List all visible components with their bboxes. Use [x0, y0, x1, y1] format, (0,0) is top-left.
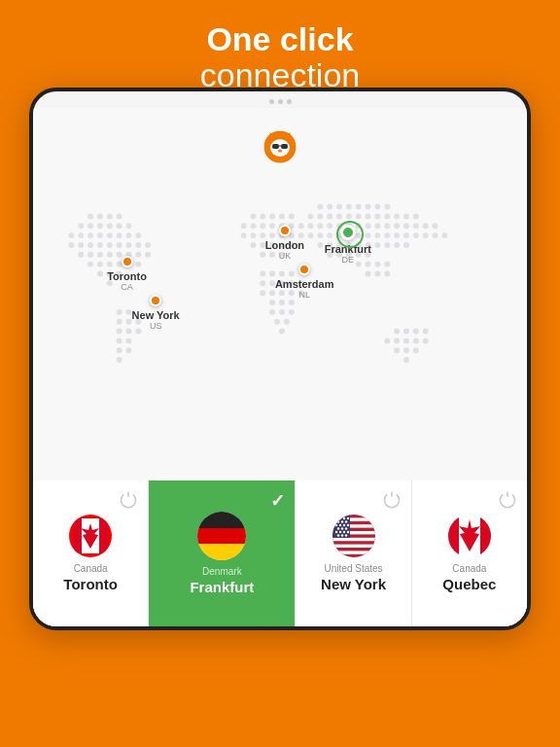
svg-point-10	[68, 232, 74, 238]
svg-rect-212	[332, 538, 375, 541]
svg-point-118	[327, 213, 332, 219]
svg-point-175	[384, 262, 390, 267]
world-map-background	[33, 108, 527, 497]
svg-point-231	[338, 531, 340, 533]
svg-point-150	[384, 232, 390, 238]
svg-point-151	[394, 232, 400, 238]
svg-rect-202	[73, 518, 82, 553]
svg-point-236	[344, 534, 346, 536]
svg-point-112	[356, 204, 362, 210]
frankfurt-pin-dot	[340, 225, 356, 240]
svg-point-104	[289, 309, 295, 315]
svg-point-26	[145, 242, 151, 248]
svg-point-13	[97, 232, 103, 238]
server-card-new-york[interactable]: United States New York	[296, 480, 411, 626]
svg-point-119	[336, 213, 342, 219]
new-york-pin: New York US	[132, 295, 180, 331]
svg-point-122	[366, 213, 371, 219]
svg-point-107	[279, 329, 285, 335]
svg-point-89	[260, 280, 265, 286]
frankfurt-card-city: Frankfurt	[190, 579, 254, 595]
svg-point-51	[125, 329, 131, 335]
new-york-pin-label: New York	[132, 309, 180, 321]
server-card-frankfurt[interactable]: ✓ Denmark Frankfurt	[149, 480, 296, 626]
svg-point-121	[356, 213, 362, 219]
svg-point-109	[327, 204, 332, 210]
server-card-toronto[interactable]: Canada Toronto	[33, 480, 149, 626]
svg-rect-198	[281, 144, 288, 149]
server-cards-container: Canada Toronto ✓ Denmark Frankfurt	[33, 480, 527, 626]
svg-point-190	[413, 347, 419, 353]
toronto-card-country: Canada	[74, 563, 108, 574]
svg-point-103	[279, 309, 285, 315]
svg-point-152	[403, 232, 409, 238]
svg-point-228	[340, 527, 342, 529]
svg-point-7	[107, 223, 113, 229]
svg-point-124	[384, 213, 390, 219]
svg-point-101	[289, 300, 295, 305]
svg-point-50	[117, 329, 122, 335]
svg-rect-239	[480, 515, 491, 557]
svg-point-16	[125, 232, 131, 238]
svg-point-116	[308, 213, 314, 219]
svg-point-53	[117, 338, 122, 343]
germany-flag-frankfurt	[197, 512, 246, 560]
phone-frame: Toronto CA New York US London UK Amsterd…	[29, 88, 531, 630]
svg-point-47	[117, 319, 122, 325]
svg-point-185	[403, 338, 409, 343]
svg-point-25	[135, 242, 141, 248]
svg-point-27	[78, 252, 84, 258]
svg-point-22	[107, 242, 113, 248]
quebec-card-city: Quebec	[442, 576, 496, 592]
svg-point-178	[384, 271, 390, 277]
svg-point-120	[346, 213, 352, 219]
amsterdam-pin-dot	[298, 264, 310, 275]
svg-point-163	[374, 242, 380, 248]
svg-point-226	[346, 524, 348, 526]
power-icon-quebec	[498, 490, 517, 510]
svg-point-232	[342, 531, 344, 533]
svg-point-115	[384, 204, 390, 210]
toronto-pin-dot	[122, 256, 133, 267]
toronto-pin-label: Toronto	[107, 270, 147, 282]
toronto-card-city: Toronto	[63, 576, 118, 592]
toronto-pin-sublabel: CA	[121, 282, 133, 292]
svg-rect-203	[99, 518, 108, 553]
svg-point-108	[317, 204, 323, 210]
svg-point-48	[125, 319, 131, 325]
amsterdam-pin-sublabel: NL	[298, 290, 310, 300]
svg-point-58	[250, 213, 256, 219]
fox-icon	[262, 129, 298, 164]
svg-point-225	[342, 524, 344, 526]
svg-point-235	[340, 534, 342, 536]
server-card-quebec[interactable]: Canada Quebec	[412, 480, 527, 626]
svg-point-62	[289, 213, 295, 219]
london-pin-label: London	[265, 239, 304, 251]
svg-point-54	[125, 338, 131, 343]
svg-point-28	[88, 252, 93, 258]
svg-point-71	[250, 232, 256, 238]
svg-point-3	[117, 213, 122, 219]
svg-point-64	[250, 223, 256, 229]
new-york-card-country: United States	[325, 563, 383, 574]
svg-point-19	[78, 242, 84, 248]
quebec-card-country: Canada	[452, 563, 486, 574]
canada-flag-quebec	[448, 515, 491, 557]
svg-point-181	[413, 329, 419, 335]
svg-point-57	[117, 357, 122, 363]
svg-point-176	[366, 271, 371, 277]
svg-point-216	[334, 517, 336, 519]
svg-point-106	[284, 319, 290, 325]
svg-point-99	[269, 300, 275, 305]
notch-dot-3	[287, 99, 292, 104]
svg-point-123	[374, 213, 380, 219]
svg-point-2	[107, 213, 113, 219]
svg-point-156	[441, 232, 447, 238]
svg-point-177	[374, 271, 380, 277]
svg-point-4	[78, 223, 84, 229]
svg-point-191	[403, 357, 409, 363]
svg-point-135	[374, 223, 380, 229]
toronto-pin: Toronto CA	[107, 256, 147, 292]
svg-point-223	[334, 524, 336, 526]
london-pin: London UK	[265, 225, 304, 261]
